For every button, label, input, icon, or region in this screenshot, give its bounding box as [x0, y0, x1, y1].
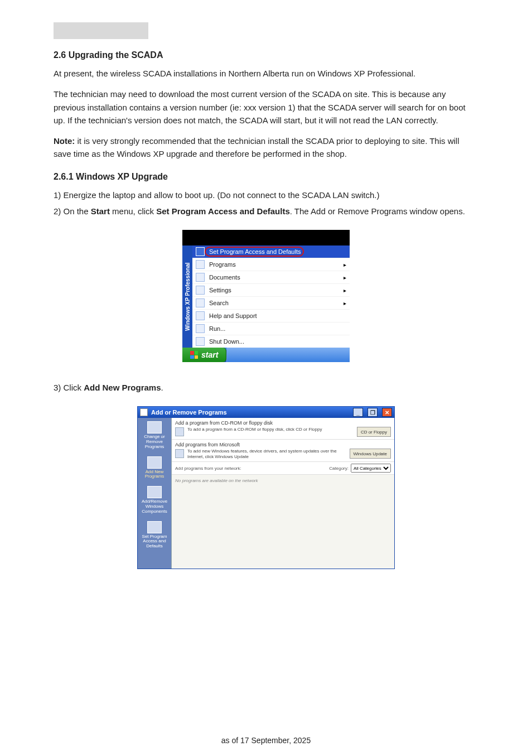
close-button[interactable]: ✕: [382, 408, 392, 417]
cd-floppy-button[interactable]: CD or Floppy: [357, 427, 391, 437]
note-text: it is very strongly recommended that the…: [54, 136, 460, 158]
arp-empty-message: No programs are available on the network: [172, 475, 394, 569]
menu-item-icon: [196, 286, 205, 295]
sidebar-label: Add/Remove Windows Components: [142, 499, 167, 514]
menu-item-label: Run...: [209, 325, 225, 332]
figure-add-remove-programs: Add or Remove Programs _ ❐ ✕ Change or R…: [54, 406, 478, 569]
menu-item-icon: [196, 260, 205, 269]
start-menu-item[interactable]: Documents▸: [192, 271, 350, 284]
s3a: 3) Click: [54, 383, 84, 392]
menu-item-icon: [196, 324, 205, 333]
desktop-area: [182, 230, 350, 245]
menu-item-label: Documents: [209, 274, 240, 281]
menu-item-icon: [196, 311, 205, 320]
menu-item-label: Help and Support: [209, 312, 257, 319]
sidebar-item-windows-components[interactable]: Add/Remove Windows Components: [139, 485, 170, 514]
sidebar-label: Change or Remove Programs: [144, 434, 165, 449]
arp-network-row: Add programs from your network: Category…: [172, 462, 394, 475]
add-remove-programs-window: Add or Remove Programs _ ❐ ✕ Change or R…: [137, 406, 395, 569]
program-access-icon: [147, 521, 162, 533]
arp-ms-header: Add programs from Microsoft: [175, 442, 391, 447]
start-button-label: start: [201, 350, 218, 359]
step-3: 3) Click Add New Programs.: [54, 381, 478, 394]
menu-item-label: Search: [209, 300, 229, 306]
s3c: .: [161, 383, 163, 392]
windows-update-button[interactable]: Windows Update: [350, 449, 391, 459]
taskbar: start: [182, 348, 350, 362]
sidebar-item-change-remove[interactable]: Change or Remove Programs: [139, 420, 170, 449]
window-titlebar: Add or Remove Programs _ ❐ ✕: [138, 407, 394, 418]
menu-item-label: Shut Down...: [209, 338, 244, 345]
start-menu-item[interactable]: Programs▸: [192, 258, 350, 271]
windows-xp-brand-bar: Windows XP Professional: [182, 245, 192, 348]
intro-p1: At present, the wireless SCADA installat…: [54, 67, 478, 80]
s2a: 2) On the: [54, 206, 91, 216]
note-label: Note:: [54, 136, 75, 146]
arp-cdrom-header: Add a program from CD-ROM or floppy disk: [175, 420, 391, 426]
sidebar-label: Set Program Access and Defaults: [142, 534, 167, 549]
start-menu-item[interactable]: Settings▸: [192, 284, 350, 297]
sidebar-label: Add New Programs: [145, 469, 165, 479]
sidebar-item-add-new[interactable]: Add New Programs: [139, 455, 170, 480]
s2-spad: Set Program Access and Defaults: [156, 206, 290, 216]
s2b: menu, click: [110, 206, 156, 216]
submenu-arrow-icon: ▸: [344, 287, 346, 293]
taskbar-tray: [226, 348, 350, 362]
submenu-arrow-icon: ▸: [344, 262, 346, 268]
sidebar-item-program-access[interactable]: Set Program Access and Defaults: [139, 520, 170, 549]
menu-item-icon: [196, 247, 205, 256]
arp-section-msupdate: Add programs from Microsoft To add new W…: [172, 440, 394, 462]
submenu-arrow-icon: ▸: [344, 275, 346, 281]
arp-ms-text: To add new Windows features, device driv…: [187, 449, 346, 459]
arp-cdrom-text: To add a program from a CD-ROM or floppy…: [187, 427, 354, 432]
header-placeholder: [54, 22, 148, 39]
step-2: 2) On the Start menu, click Set Program …: [54, 205, 478, 218]
submenu-arrow-icon: ▸: [344, 300, 346, 306]
category-label: Category:: [329, 466, 349, 471]
figure-start-menu: Windows XP Professional Set Program Acce…: [54, 230, 478, 362]
page-footer: as of 17 September, 2025: [0, 736, 532, 745]
category-select[interactable]: All Categories: [351, 464, 391, 473]
start-menu-item[interactable]: Search▸: [192, 297, 350, 310]
windows-flag-icon: [190, 351, 198, 359]
start-menu-item[interactable]: Shut Down...: [192, 335, 350, 348]
s2d: . The Add or Remove Programs window open…: [290, 206, 465, 216]
menu-item-label: Set Program Access and Defaults: [209, 248, 301, 255]
start-menu-item[interactable]: Run...: [192, 322, 350, 335]
subsection-title: 2.6.1 Windows XP Upgrade: [54, 172, 478, 182]
start-menu-item[interactable]: Set Program Access and Defaults: [192, 245, 350, 258]
window-icon: [140, 408, 148, 416]
menu-item-icon: [196, 273, 205, 282]
intro-p2: The technician may need to download the …: [54, 88, 478, 127]
menu-item-icon: [196, 298, 205, 307]
intro-note: Note: it is very strongly recommended th…: [54, 134, 478, 161]
step-1: 1) Energize the laptop and allow to boot…: [54, 189, 478, 201]
add-new-icon: [147, 456, 162, 469]
arp-main: Add a program from CD-ROM or floppy disk…: [171, 418, 394, 569]
start-menu-screenshot: Windows XP Professional Set Program Acce…: [182, 230, 350, 362]
s2-start: Start: [91, 206, 110, 216]
maximize-button[interactable]: ❐: [367, 408, 378, 417]
arp-section-cdrom: Add a program from CD-ROM or floppy disk…: [172, 418, 394, 440]
menu-item-label: Settings: [209, 287, 231, 293]
window-title: Add or Remove Programs: [151, 409, 227, 416]
arp-network-label: Add programs from your network:: [175, 466, 241, 471]
arp-sidebar: Change or Remove Programs Add New Progra…: [138, 418, 171, 569]
menu-item-label: Programs: [209, 261, 236, 268]
minimize-button[interactable]: _: [353, 408, 363, 417]
menu-item-icon: [196, 337, 205, 346]
change-remove-icon: [147, 421, 162, 434]
section-title: 2.6 Upgrading the SCADA: [54, 50, 478, 60]
windows-components-icon: [147, 486, 162, 498]
start-menu-item[interactable]: Help and Support: [192, 310, 350, 322]
cd-icon: [175, 427, 184, 436]
start-button[interactable]: start: [182, 348, 226, 362]
windows-update-icon: [175, 449, 184, 458]
s3b: Add New Programs: [84, 383, 161, 392]
